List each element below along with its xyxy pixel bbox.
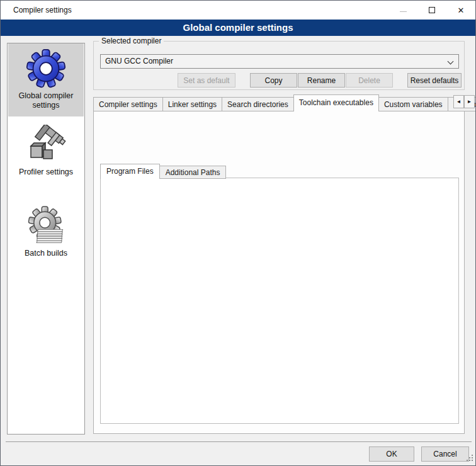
sidebar-item-global-compiler-settings[interactable]: Global compiler settings	[8, 43, 84, 116]
settings-tabstrip: Compiler settings Linker settings Search…	[93, 94, 476, 111]
reset-defaults-button[interactable]: Reset defaults	[407, 73, 462, 88]
compiler-select[interactable]: GNU GCC Compiler	[100, 54, 459, 69]
sidebar: Global compiler settings Profiler	[7, 43, 85, 435]
program-files-page	[100, 178, 459, 424]
sidebar-item-profiler-settings[interactable]: Profiler settings	[8, 120, 84, 188]
tab-linker-settings[interactable]: Linker settings	[162, 97, 222, 111]
minimize-icon	[400, 11, 407, 12]
compiler-settings-dialog: Compiler settings ✕ Global compiler sett…	[0, 0, 476, 466]
maximize-button[interactable]	[417, 1, 446, 20]
tab-scroll-right-button[interactable]: ►	[464, 95, 475, 108]
tab-custom-variables[interactable]: Custom variables	[378, 97, 448, 111]
resize-grip[interactable]	[466, 454, 473, 463]
minimize-button[interactable]	[388, 1, 417, 20]
footer-divider	[6, 441, 472, 442]
chevron-down-icon	[448, 59, 454, 65]
delete-button[interactable]: Delete	[346, 73, 393, 88]
close-icon: ✕	[458, 6, 465, 14]
rename-button[interactable]: Rename	[298, 73, 345, 88]
tab-program-files[interactable]: Program Files	[100, 164, 160, 179]
arrow-right-icon: ►	[467, 99, 472, 105]
tab-compiler-settings[interactable]: Compiler settings	[93, 97, 163, 111]
window-controls: ✕	[388, 1, 475, 20]
maximize-icon	[429, 7, 435, 13]
ok-button[interactable]: OK	[369, 446, 414, 462]
sidebar-item-label: Batch builds	[8, 247, 84, 262]
window-title: Compiler settings	[13, 6, 72, 14]
selected-compiler-group: Selected compiler GNU GCC Compiler Set a…	[93, 41, 465, 90]
sidebar-item-batch-builds[interactable]: Batch builds	[8, 201, 84, 270]
copy-button[interactable]: Copy	[250, 73, 297, 88]
cancel-button[interactable]: Cancel	[421, 446, 469, 462]
titlebar: Compiler settings ✕	[1, 1, 475, 20]
caliper-icon	[26, 125, 66, 165]
sidebar-item-label: Profiler settings	[8, 166, 84, 181]
blue-gear-icon	[26, 48, 66, 89]
sidebar-item-label: Global compiler settings	[8, 90, 84, 114]
tab-search-directories[interactable]: Search directories	[222, 97, 294, 111]
gear-papers-icon	[26, 206, 66, 246]
program-files-tabstrip: Program Files Additional Paths	[100, 164, 225, 179]
set-as-default-button[interactable]: Set as default	[178, 73, 235, 88]
arrow-left-icon: ◄	[456, 99, 462, 105]
close-button[interactable]: ✕	[446, 1, 475, 20]
compiler-select-value: GNU GCC Compiler	[105, 57, 173, 65]
page-title: Global compiler settings	[1, 20, 475, 36]
tab-scroll-left-button[interactable]: ◄	[453, 95, 464, 108]
tab-additional-paths[interactable]: Additional Paths	[159, 166, 227, 179]
tab-toolchain-executables[interactable]: Toolchain executables	[293, 94, 379, 111]
group-label: Selected compiler	[99, 37, 164, 45]
